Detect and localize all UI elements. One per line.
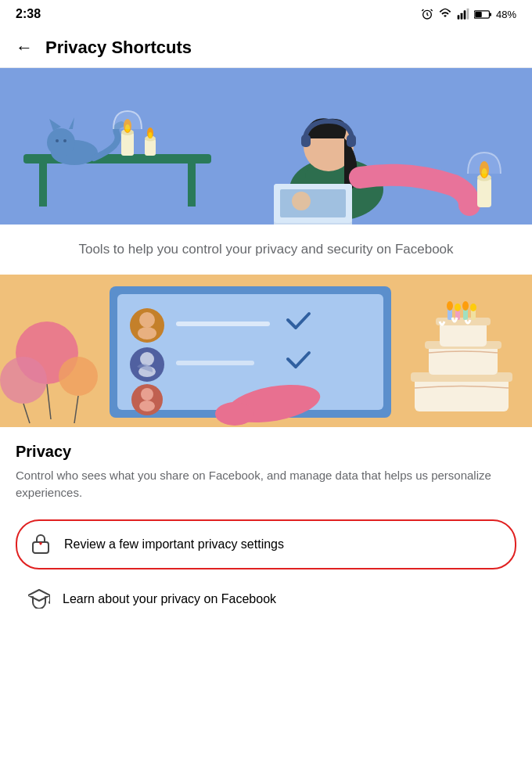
learn-privacy-item[interactable]: Learn about your privacy on Facebook [16,576,516,623]
svg-point-51 [138,327,156,340]
svg-point-69 [447,301,453,311]
lock-heart-icon [30,532,52,557]
svg-rect-52 [176,322,270,326]
battery-icon [474,9,491,20]
svg-point-50 [139,312,155,328]
svg-rect-11 [188,163,196,207]
svg-rect-7 [475,12,481,17]
second-banner [0,275,532,427]
svg-point-16 [56,139,59,142]
svg-point-61 [215,402,254,426]
svg-rect-30 [347,135,356,147]
header: ← Privacy Shortcuts [0,28,532,68]
battery-percent: 48% [496,9,516,20]
privacy-title: Privacy [16,443,516,461]
status-icons: 48% [421,8,516,20]
svg-point-17 [63,139,66,142]
svg-rect-3 [464,10,466,19]
svg-point-13 [47,128,75,156]
hero-illustration [0,68,532,225]
learn-privacy-label: Learn about your privacy on Facebook [63,592,276,606]
hero-banner [0,68,532,225]
svg-point-34 [292,192,311,210]
svg-point-59 [139,401,155,411]
svg-point-71 [455,304,461,311]
signal-icon [457,8,469,20]
svg-rect-10 [39,163,47,207]
svg-rect-1 [458,15,460,19]
svg-point-45 [59,357,98,396]
description-text: Tools to help you control your privacy a… [0,225,532,275]
svg-rect-36 [477,178,491,207]
svg-rect-33 [280,189,346,217]
action-list: Review a few important privacy settings … [0,510,532,638]
svg-rect-29 [301,135,311,147]
review-settings-item[interactable]: Review a few important privacy settings [16,519,516,569]
wifi-icon [438,8,452,20]
svg-rect-18 [121,132,134,156]
svg-rect-4 [467,9,469,20]
svg-rect-64 [429,345,498,375]
svg-point-43 [0,357,47,404]
svg-marker-77 [28,590,50,601]
back-button[interactable]: ← [16,39,33,56]
status-time: 2:38 [16,7,41,21]
svg-rect-2 [461,13,463,20]
status-bar: 2:38 48% [0,0,532,28]
svg-rect-56 [176,361,254,365]
review-settings-label: Review a few important privacy settings [64,537,284,551]
second-illustration [0,275,532,427]
graduation-cap-icon [28,587,50,612]
alarm-icon [421,8,433,20]
privacy-description: Control who sees what you share on Faceb… [16,467,516,502]
page-title: Privacy Shortcuts [45,38,192,58]
svg-rect-6 [490,13,491,16]
svg-point-58 [141,388,153,401]
svg-point-75 [470,304,476,311]
svg-point-25 [149,132,153,138]
svg-point-73 [462,301,469,311]
svg-point-79 [49,601,50,604]
privacy-section: Privacy Control who sees what you share … [0,427,532,510]
